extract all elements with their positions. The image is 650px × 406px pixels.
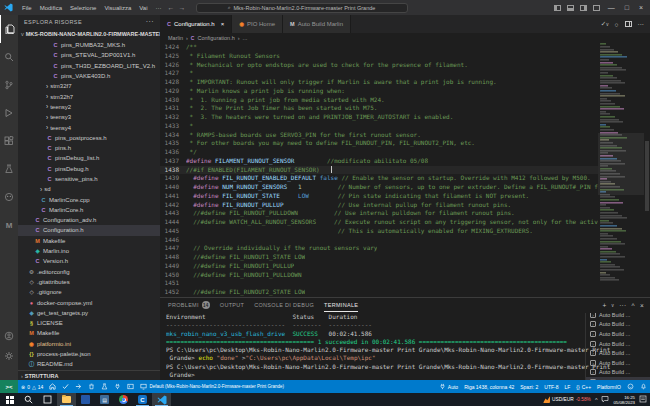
news-interests-ticker[interactable]: USD/EUR -0.58%: [543, 396, 591, 403]
terminal-session-item[interactable]: ›Auto Build ...: [586, 320, 650, 330]
breadcrumb-tail[interactable]: ...: [243, 35, 248, 41]
task-view-icon[interactable]: [38, 393, 57, 406]
split-editor-icon[interactable]: [625, 21, 632, 27]
code-line[interactable]: 1446: [160, 236, 650, 245]
tree-folder-stm32f7[interactable]: ›stm32f7: [18, 81, 160, 91]
taskbar-c-app-icon[interactable]: C: [133, 393, 152, 406]
activity-platformio-icon[interactable]: [0, 183, 18, 211]
tree-file-platformio.ini[interactable]: ◉platformio.ini: [18, 339, 160, 349]
tree-file-sensitive_pins.h[interactable]: Csensitive_pins.h: [18, 174, 160, 184]
tree-file-pins_postprocess.h[interactable]: Cpins_postprocess.h: [18, 133, 160, 143]
tree-file-pins_STEVAL_3DP001V1.h[interactable]: Cpins_STEVAL_3DP001V1.h: [18, 50, 160, 60]
code-line[interactable]: 1424/**: [160, 43, 650, 52]
pio-home-button[interactable]: [46, 383, 59, 390]
circle-action-icon[interactable]: ○: [615, 21, 619, 28]
tab-configuration-h[interactable]: CConfiguration.h×: [160, 15, 232, 33]
code-line[interactable]: 1428 * IMPORTANT: Runout will only trigg…: [160, 78, 650, 87]
menu-vai[interactable]: Vai: [135, 5, 151, 11]
code-line[interactable]: 1426 * Mechanical or opto endstops are u…: [160, 61, 650, 70]
terminal-profile-caret-icon[interactable]: v: [612, 303, 615, 308]
code-line[interactable]: 1433 *: [160, 122, 650, 131]
tab-auto-build-marlin[interactable]: MAuto Build Marlin: [283, 15, 351, 33]
tree-folder-stm32h7[interactable]: ›stm32h7: [18, 91, 160, 101]
minimap-slider[interactable]: [598, 133, 644, 195]
tree-file-LICENSE[interactable]: §LICENSE: [18, 318, 160, 328]
pio-test-button[interactable]: [98, 383, 111, 390]
tree-file-MarlinCore.h[interactable]: CMarlinCore.h: [18, 205, 160, 215]
code-line[interactable]: 1451: [160, 279, 650, 288]
tree-file-process-palette.json[interactable]: {}process-palette.json: [18, 349, 160, 359]
code-line[interactable]: 1448 //#define FIL_RUNOUT1_STATE LOW: [160, 253, 650, 262]
pio-clean-button[interactable]: [85, 383, 98, 390]
activity-test-icon[interactable]: [0, 155, 18, 183]
panel-tab-console-di-debug[interactable]: CONSOLE DI DEBUG: [254, 298, 314, 312]
taskbar-clock[interactable]: 16:25 05/08/2023: [613, 395, 635, 405]
tab-close-icon[interactable]: ×: [221, 21, 225, 27]
tree-file-pins_TH3D_EZBOARD_LITE_V2.h[interactable]: Cpins_TH3D_EZBOARD_LITE_V2.h: [18, 61, 160, 71]
problems-status[interactable]: ⊗0 △14: [18, 384, 46, 390]
feedback-icon[interactable]: [624, 383, 637, 390]
encoding[interactable]: UTF-8: [541, 384, 561, 390]
tree-file-pinsDebug.h[interactable]: CpinsDebug.h: [18, 164, 160, 174]
code-line[interactable]: 1452 //#define FIL_RUNOUT2_STATE LOW: [160, 288, 650, 297]
pio-upload-button[interactable]: [72, 383, 85, 390]
breadcrumb-file[interactable]: Configuration.h: [197, 35, 234, 41]
code-line[interactable]: 1438//#if ENABLED(FILAMENT_RUNOUT_SENSOR…: [160, 166, 650, 175]
toggle-panel-icon[interactable]: [567, 5, 574, 11]
code-line[interactable]: 1444 //#define WATCH_ALL_RUNOUT_SENSORS …: [160, 218, 650, 227]
menu-modifica[interactable]: Modifica: [36, 5, 66, 11]
tree-folder-teensy3[interactable]: ›teensy3: [18, 112, 160, 122]
activity-source-control-icon[interactable]: [0, 71, 18, 99]
code-line[interactable]: 1441 #define FIL_RUNOUT_STATE LOW // Pin…: [160, 192, 650, 201]
tree-file-pins_RUMBA32_MKS.h[interactable]: Cpins_RUMBA32_MKS.h: [18, 40, 160, 50]
menu-selezione[interactable]: Selezione: [66, 5, 100, 11]
tree-file-docker-compose.yml[interactable]: ●docker-compose.yml: [18, 297, 160, 307]
explorer-more-actions-icon[interactable]: ···: [146, 18, 154, 25]
nav-back-icon[interactable]: ←: [168, 4, 175, 11]
terminal-output[interactable]: Environment Status Duration-------------…: [166, 313, 650, 380]
tree-file-.gitattributes[interactable]: ◇.gitattributes: [18, 277, 160, 287]
tree-file-Configuration.h[interactable]: CConfiguration.h: [18, 225, 160, 235]
pio-env-switcher[interactable]: Default (Mks-Robin-Nano-Marlin2.0-Firmwa…: [137, 383, 287, 390]
code-line[interactable]: 1449 //#define FIL_RUNOUT1_PULLUP: [160, 262, 650, 271]
terminal-session-item[interactable]: ›Auto Build ...: [586, 368, 650, 378]
menu-overflow[interactable]: ···: [152, 5, 166, 11]
bell-icon[interactable]: [637, 383, 650, 390]
close-button[interactable]: ×: [637, 4, 645, 11]
tree-file-Configuration_adv.h[interactable]: CConfiguration_adv.h: [18, 215, 160, 225]
chrome-icon[interactable]: [114, 393, 133, 406]
terminal-session-item[interactable]: ›Auto Build ...: [586, 358, 650, 368]
code-line[interactable]: 1425 * Filament Runout Sensors: [160, 52, 650, 61]
tray-chevron-icon[interactable]: ^: [595, 397, 598, 403]
code-line[interactable]: 1432 * 3. The heaters were turned on and…: [160, 113, 650, 122]
breadcrumb-root[interactable]: Marlin: [168, 35, 183, 41]
pio-build-button[interactable]: [59, 383, 72, 390]
taskbar-app-gray-icon[interactable]: ▤: [95, 393, 114, 406]
eol-sequence[interactable]: LF: [561, 384, 573, 390]
platformio-status[interactable]: PlatformIO: [594, 384, 624, 390]
tree-file-MarlinCore.cpp[interactable]: CMarlinCore.cpp: [18, 194, 160, 204]
terminal-session-item[interactable]: ›Auto Build ...: [586, 339, 650, 349]
code-line[interactable]: 1450 //#define FIL_RUNOUT1_PULLDOWN: [160, 271, 650, 280]
account-icon[interactable]: [0, 326, 18, 346]
cursor-position[interactable]: Riga 1438, colonna 42: [461, 384, 517, 390]
activity-search-icon[interactable]: [0, 43, 18, 71]
code-line[interactable]: 1427 *: [160, 69, 650, 78]
taskbar-app-blue-icon[interactable]: [76, 393, 95, 406]
code-line[interactable]: 1439 #define FIL_RUNOUT_ENABLED_DEFAULT …: [160, 174, 650, 183]
code-line[interactable]: 1442 #define FIL_RUNOUT_PULLUP // Use in…: [160, 201, 650, 210]
tree-file-.editorconfig[interactable]: ⚙.editorconfig: [18, 267, 160, 277]
code-line[interactable]: 1434 * RAMPS-based boards use SERVO3_PIN…: [160, 131, 650, 140]
tree-file-pins_VAKE403D.h[interactable]: Cpins_VAKE403D.h: [18, 71, 160, 81]
new-terminal-icon[interactable]: +: [602, 302, 606, 309]
customize-layout-icon[interactable]: [593, 5, 600, 11]
code-line[interactable]: 1437#define FILAMENT_RUNOUT_SENSOR //mod…: [160, 157, 650, 166]
maximize-panel-icon[interactable]: ^: [632, 302, 635, 309]
activity-run-debug-icon[interactable]: [0, 99, 18, 127]
taskbar-search-icon[interactable]: [19, 393, 38, 406]
notification-center-icon[interactable]: [639, 395, 647, 404]
code-line[interactable]: 1445 // This is automatically enabled fo…: [160, 227, 650, 236]
nav-forward-icon[interactable]: →: [179, 4, 186, 11]
tree-file-README.md[interactable]: ⓘREADME.md: [18, 359, 160, 369]
code-line[interactable]: 1440 #define NUM_RUNOUT_SENSORS 1 // Num…: [160, 183, 650, 192]
